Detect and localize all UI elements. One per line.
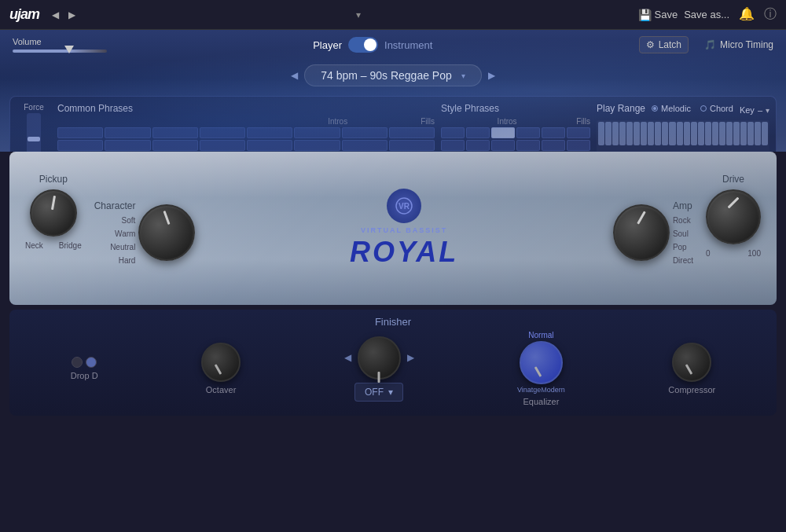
equalizer-label: Equalizer bbox=[523, 397, 560, 406]
drive-title: Drive bbox=[722, 174, 744, 185]
player-label: Player bbox=[313, 39, 342, 51]
latch-button[interactable]: ⚙ Latch bbox=[639, 36, 689, 53]
drop-d-label: Drop D bbox=[71, 371, 98, 380]
finisher-panel: Finisher Drop D Octaver ◀ ▶ OFF ▾ bbox=[9, 310, 777, 416]
bell-icon[interactable]: 🔔 bbox=[739, 6, 755, 23]
compressor-item: Compressor bbox=[668, 343, 715, 394]
vb-logo-svg: VR bbox=[395, 196, 413, 215]
toggle-knob bbox=[364, 39, 376, 51]
vintage-label: Vinatge bbox=[517, 386, 541, 394]
micro-timing-icon: 🎵 bbox=[704, 39, 716, 50]
top-icons: 🔔 ⓘ bbox=[739, 6, 777, 23]
save-as-button[interactable]: Save as... bbox=[684, 9, 729, 20]
drive-min: 0 bbox=[706, 249, 711, 258]
off-knob[interactable] bbox=[358, 336, 401, 380]
character-options: Character Soft Warm Neutral Hard bbox=[94, 200, 136, 265]
latch-label: Latch bbox=[659, 39, 681, 50]
off-label: OFF bbox=[365, 387, 384, 398]
logo: ujam bbox=[9, 6, 39, 23]
save-label: Save bbox=[655, 9, 678, 20]
finisher-title: Finisher bbox=[22, 316, 764, 328]
drop-d-toggle[interactable] bbox=[72, 357, 97, 368]
instrument-label: Instrument bbox=[384, 39, 432, 51]
pickup-labels: Neck Bridge bbox=[25, 241, 82, 250]
save-as-label: Save as... bbox=[684, 9, 729, 20]
compressor-label: Compressor bbox=[668, 385, 715, 394]
next-arrow[interactable]: ▶ bbox=[65, 8, 79, 22]
hero-section: Volume Player Instrument ⚙ Latch 🎵 Micro… bbox=[0, 30, 786, 152]
center-logo: VR VIRTUAL BASSIST ROYAL bbox=[208, 161, 600, 295]
force-thumb bbox=[28, 137, 40, 141]
equalizer-knob[interactable] bbox=[520, 341, 563, 384]
amp-knob[interactable] bbox=[613, 204, 670, 261]
off-item: ◀ ▶ OFF ▾ bbox=[344, 336, 414, 402]
save-icon: 💾 bbox=[638, 9, 652, 21]
info-icon[interactable]: ⓘ bbox=[764, 6, 777, 23]
preset-caret[interactable]: ▾ bbox=[356, 9, 361, 20]
soul-option[interactable]: Soul bbox=[673, 229, 689, 238]
off-caret[interactable]: ▾ bbox=[388, 387, 393, 398]
eq-labels: Vinatge Modern bbox=[517, 386, 565, 394]
amp-section: Amp Rock Soul Pop Direct bbox=[613, 169, 693, 295]
modern-label: Modern bbox=[541, 386, 565, 394]
drive-knob[interactable] bbox=[706, 189, 761, 244]
character-section: Character Soft Warm Neutral Hard bbox=[94, 169, 196, 295]
direct-option[interactable]: Direct bbox=[673, 256, 693, 265]
nav-arrows: ◀ ▶ bbox=[49, 8, 79, 22]
drive-max: 100 bbox=[747, 249, 761, 258]
force-fader[interactable] bbox=[27, 113, 41, 152]
eq-normal-label: Normal bbox=[528, 331, 553, 339]
warm-option[interactable]: Warm bbox=[115, 229, 135, 238]
amp-title: Amp bbox=[673, 200, 692, 211]
micro-timing-button[interactable]: 🎵 Micro Timing bbox=[704, 39, 773, 50]
soft-option[interactable]: Soft bbox=[122, 216, 136, 225]
instrument-panel: Pickup Neck Bridge Character Soft Warm N… bbox=[9, 152, 777, 305]
top-actions: 💾 Save Save as... bbox=[638, 9, 729, 21]
compressor-knob[interactable] bbox=[672, 343, 711, 382]
neutral-option[interactable]: Neutral bbox=[110, 243, 135, 251]
prev-arrow[interactable]: ◀ bbox=[49, 8, 62, 22]
player-instrument-switch[interactable] bbox=[348, 37, 378, 53]
latch-icon: ⚙ bbox=[646, 39, 655, 50]
preset-dropdown: ▾ bbox=[88, 9, 629, 20]
octaver-label: Octaver bbox=[206, 385, 237, 394]
octaver-item: Octaver bbox=[201, 343, 241, 394]
volume-label: Volume bbox=[13, 37, 107, 46]
pickup-knob[interactable] bbox=[30, 189, 77, 237]
drive-range: 0 100 bbox=[706, 249, 761, 258]
micro-timing-label: Micro Timing bbox=[720, 39, 773, 50]
rock-option[interactable]: Rock bbox=[673, 216, 691, 225]
off-next-arrow[interactable]: ▶ bbox=[407, 352, 414, 363]
toggle-pip-1 bbox=[72, 357, 83, 368]
pickup-section: Pickup Neck Bridge bbox=[25, 174, 82, 295]
bridge-label: Bridge bbox=[59, 241, 82, 250]
pop-option[interactable]: Pop bbox=[673, 243, 687, 251]
volume-thumb bbox=[64, 46, 74, 53]
drive-section: Drive 0 100 bbox=[706, 174, 761, 295]
volume-slider-container bbox=[13, 50, 107, 53]
eq-container: Normal Vinatge Modern bbox=[517, 331, 565, 394]
drop-d-item: Drop D bbox=[71, 357, 98, 380]
off-prev-arrow[interactable]: ◀ bbox=[344, 352, 351, 363]
save-button[interactable]: 💾 Save bbox=[638, 9, 678, 21]
pickup-title: Pickup bbox=[39, 174, 68, 185]
toggle-pip-2 bbox=[86, 357, 97, 368]
hard-option[interactable]: Hard bbox=[119, 256, 136, 265]
neck-label: Neck bbox=[25, 241, 43, 250]
equalizer-item: Normal Vinatge Modern Equalizer bbox=[517, 331, 565, 406]
octaver-knob[interactable] bbox=[201, 343, 241, 382]
vb-logo: VR bbox=[387, 189, 421, 223]
character-title: Character bbox=[94, 200, 136, 211]
royal-text: ROYAL bbox=[350, 236, 458, 269]
volume-slider[interactable] bbox=[13, 50, 107, 53]
top-bar: ujam ◀ ▶ ▾ 💾 Save Save as... 🔔 ⓘ bbox=[0, 0, 786, 30]
off-display: OFF ▾ bbox=[354, 383, 403, 402]
amp-options: Amp Rock Soul Pop Direct bbox=[673, 200, 693, 265]
arrows-row: ◀ ▶ bbox=[344, 336, 414, 380]
character-knob[interactable] bbox=[138, 204, 195, 261]
player-instrument-toggle: Player Instrument bbox=[123, 37, 623, 53]
svg-text:VR: VR bbox=[399, 202, 410, 211]
hero-controls: Volume Player Instrument ⚙ Latch 🎵 Micro… bbox=[0, 30, 786, 60]
vb-text: VIRTUAL BASSIST bbox=[361, 226, 447, 234]
finisher-controls: Drop D Octaver ◀ ▶ OFF ▾ Normal bbox=[22, 331, 764, 406]
